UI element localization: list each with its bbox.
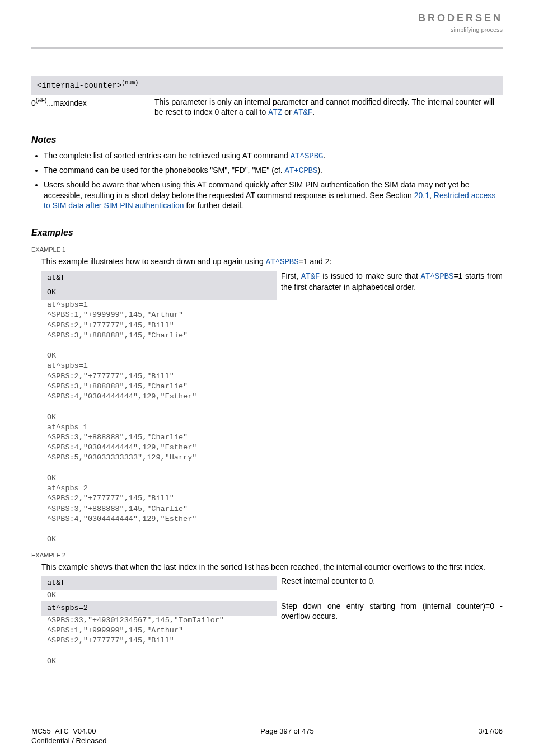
example-2-cmd2: at^spbs=2	[41, 601, 277, 616]
example-2-block: ^SPBS:33,"+49301234567",145,"TomTailor" …	[41, 616, 277, 666]
notes-list: The complete list of sorted entries can …	[31, 151, 503, 211]
parameter-name-super: (num)	[121, 80, 138, 86]
note-item: The complete list of sorted entries can …	[44, 151, 503, 162]
link-at-cpbs[interactable]: AT+CPBS	[285, 166, 318, 175]
page-footer: MC55_ATC_V04.00 Page 397 of 475 3/17/06 …	[31, 724, 503, 746]
examples-heading: Examples	[31, 227, 503, 239]
note-item: The command can be used for the phoneboo…	[44, 165, 503, 176]
example-2-cmd1: at&f	[41, 576, 277, 590]
example-2-label: EXAMPLE 2	[31, 551, 503, 560]
example-2-comment2: Step down one entry starting from (inter…	[277, 601, 503, 622]
example-1-cmd: at&f	[41, 271, 277, 285]
notes-heading: Notes	[31, 134, 503, 146]
parameter-name: <internal-counter>	[37, 81, 121, 90]
example-1-label: EXAMPLE 1	[31, 246, 503, 254]
example-1-intro: This example illustrates how to search d…	[41, 256, 503, 267]
note-item: Users should be aware that when using th…	[44, 180, 503, 212]
parameter-value-range: 0(&F)...maxindex	[31, 97, 154, 109]
footer-right: 3/17/06	[479, 726, 503, 736]
link-atz[interactable]: ATZ	[268, 108, 282, 117]
brand-logo: BRODERSEN simplifying process	[418, 11, 503, 34]
example-1-comment: First, AT&F is issued to make sure that …	[277, 271, 503, 293]
example-2-comment1: Reset internal counter to 0.	[277, 576, 503, 586]
example-2-resp1: OK	[41, 590, 277, 600]
brand-tagline: simplifying process	[418, 26, 503, 34]
link-at-spbs[interactable]: AT^SPBS	[266, 257, 299, 266]
link-section-20-1[interactable]: 20.1	[414, 191, 429, 200]
link-atf-inline[interactable]: AT&F	[301, 272, 320, 281]
footer-left-2: Confidential / Released	[31, 736, 503, 746]
link-atf[interactable]: AT&F	[294, 108, 313, 117]
top-horizontal-rule	[31, 47, 503, 49]
footer-center: Page 397 of 475	[260, 726, 313, 736]
parameter-description: This parameter is only an internal param…	[154, 97, 503, 119]
example-2-intro: This example shows that when the last in…	[41, 562, 503, 572]
link-at-spbs-inline[interactable]: AT^SPBS	[421, 272, 454, 281]
footer-left-1: MC55_ATC_V04.00	[31, 726, 96, 736]
parameter-name-box: <internal-counter>(num)	[31, 76, 503, 95]
brand-name: BRODERSEN	[418, 11, 503, 25]
example-1-resp: OK	[41, 285, 277, 300]
link-at-spbg[interactable]: AT^SPBG	[291, 152, 324, 161]
example-1-block: at^spbs=1 ^SPBS:1,"+999999",145,"Arthur"…	[41, 300, 503, 544]
